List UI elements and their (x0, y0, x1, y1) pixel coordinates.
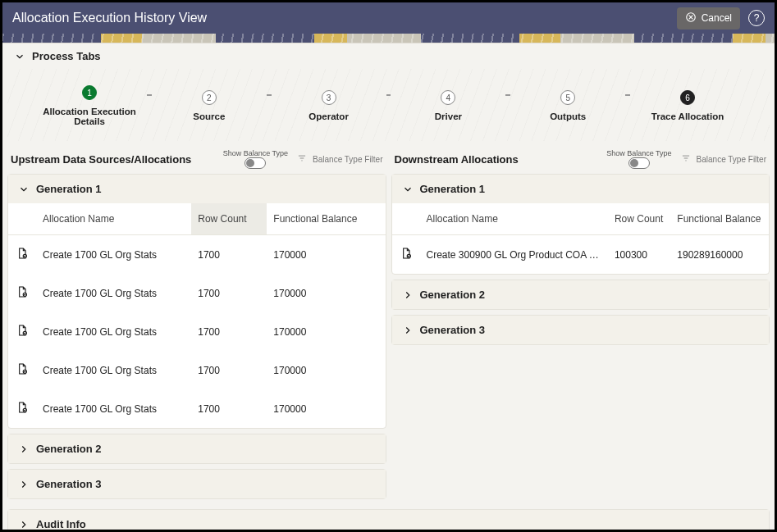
audit-info-label: Audit Info (36, 518, 86, 530)
upstream-generation-3-toggle[interactable]: Generation 3 (8, 470, 386, 498)
process-step-3[interactable]: 3 Operator (272, 90, 386, 121)
cell-functional-balance: 170000 (267, 389, 385, 428)
step-dot: 4 (441, 90, 455, 105)
upstream-show-balance-toggle[interactable] (245, 157, 266, 169)
downstream-gen2-label: Generation 2 (420, 289, 485, 301)
cell-allocation-name: Create 1700 GL Org Stats (36, 389, 191, 428)
downstream-title: Downstream Allocations (395, 153, 519, 166)
step-label: Source (193, 111, 225, 121)
process-step-4[interactable]: 4 Driver (391, 90, 505, 121)
cell-functional-balance: 190289160000 (670, 235, 769, 275)
downstream-generation-1-toggle[interactable]: Generation 1 (392, 175, 770, 203)
process-step-5[interactable]: 5 Outputs (510, 90, 625, 121)
upstream-title: Upstream Data Sources/Allocations (11, 153, 191, 166)
step-dot: 6 (680, 90, 695, 105)
downstream-gen1-label: Generation 1 (420, 183, 485, 195)
process-step-6[interactable]: 6 Trace Allocation (630, 90, 745, 121)
document-icon (392, 235, 420, 275)
chevron-down-icon (402, 184, 414, 195)
help-icon[interactable]: ? (748, 10, 765, 26)
step-label: Allocation Execution Details (32, 107, 147, 126)
step-dot: 3 (322, 90, 336, 105)
chevron-right-icon (18, 519, 30, 530)
table-row[interactable]: Create 1700 GL Org Stats 1700 170000 (8, 312, 386, 351)
step-label: Outputs (550, 111, 586, 121)
table-row[interactable]: Create 1700 GL Org Stats 1700 170000 (8, 274, 386, 312)
col-functional-balance[interactable]: Functional Balance (267, 203, 385, 235)
upstream-generation-2-toggle[interactable]: Generation 2 (8, 434, 386, 463)
document-icon (8, 235, 36, 275)
document-icon (8, 389, 36, 428)
col-allocation-name[interactable]: Allocation Name (36, 203, 191, 235)
cell-row-count: 1700 (191, 389, 267, 428)
upstream-show-balance-label: Show Balance Type (223, 149, 288, 157)
upstream-gen1-label: Generation 1 (36, 183, 101, 195)
cell-functional-balance: 170000 (267, 235, 385, 275)
downstream-table: Allocation Name Row Count Functional Bal… (392, 203, 770, 274)
cell-row-count: 1700 (191, 274, 267, 312)
upstream-filter-label: Balance Type Filter (313, 155, 382, 164)
chevron-right-icon (18, 479, 30, 490)
document-icon (8, 312, 36, 351)
step-dot: 2 (202, 90, 217, 105)
cell-functional-balance: 170000 (267, 274, 385, 312)
table-row[interactable]: Create 1700 GL Org Stats 1700 170000 (8, 235, 386, 275)
col-allocation-name[interactable]: Allocation Name (420, 203, 608, 235)
table-row[interactable]: Create 300900 GL Org Product COA … 10030… (392, 235, 770, 275)
upstream-gen3-label: Generation 3 (36, 478, 101, 490)
upstream-balance-type-filter-button[interactable]: Balance Type Filter (296, 152, 382, 166)
document-icon (8, 274, 36, 312)
step-label: Operator (309, 111, 349, 121)
upstream-generation-1-toggle[interactable]: Generation 1 (8, 175, 386, 203)
audit-info-toggle[interactable]: Audit Info (8, 510, 769, 532)
downstream-generation-3-toggle[interactable]: Generation 3 (392, 316, 770, 344)
col-row-count[interactable]: Row Count (608, 203, 670, 235)
downstream-show-balance-label: Show Balance Type (606, 149, 671, 157)
col-functional-balance[interactable]: Functional Balance (670, 203, 769, 235)
chevron-right-icon (402, 289, 414, 301)
upstream-table: Allocation Name Row Count Functional Bal… (8, 203, 386, 428)
downstream-generation-2-toggle[interactable]: Generation 2 (392, 280, 770, 309)
process-step-2[interactable]: 2 Source (152, 90, 267, 121)
chevron-down-icon (18, 184, 30, 195)
filter-icon (680, 152, 692, 166)
filter-icon (296, 152, 308, 166)
cell-allocation-name: Create 1700 GL Org Stats (36, 274, 191, 312)
step-dot: 5 (560, 90, 575, 105)
cell-row-count: 100300 (608, 235, 670, 275)
upstream-gen2-label: Generation 2 (36, 443, 101, 455)
decorative-strip (2, 34, 775, 43)
process-step-1[interactable]: 1 Allocation Execution Details (32, 85, 147, 126)
process-tabs-label: Process Tabs (32, 50, 101, 62)
cancel-button[interactable]: Cancel (677, 7, 740, 30)
document-icon (8, 351, 36, 389)
downstream-filter-label: Balance Type Filter (697, 155, 766, 164)
cancel-icon (685, 11, 697, 25)
cancel-label: Cancel (702, 12, 732, 24)
process-steps-panel: 1 Allocation Execution Details2 Source3 … (7, 69, 770, 141)
table-row[interactable]: Create 1700 GL Org Stats 1700 170000 (8, 351, 386, 389)
downstream-balance-type-filter-button[interactable]: Balance Type Filter (680, 152, 766, 166)
step-label: Trace Allocation (651, 111, 724, 121)
cell-row-count: 1700 (191, 235, 267, 275)
table-row[interactable]: Create 1700 GL Org Stats 1700 170000 (8, 389, 386, 428)
cell-allocation-name: Create 1700 GL Org Stats (36, 351, 191, 389)
process-tabs-toggle[interactable]: Process Tabs (2, 43, 775, 69)
chevron-right-icon (402, 325, 414, 336)
cell-row-count: 1700 (191, 312, 267, 351)
cell-allocation-name: Create 300900 GL Org Product COA … (420, 235, 608, 275)
chevron-down-icon (14, 51, 25, 62)
step-dot: 1 (82, 85, 97, 100)
downstream-gen3-label: Generation 3 (420, 324, 485, 336)
cell-row-count: 1700 (191, 351, 267, 389)
cell-allocation-name: Create 1700 GL Org Stats (36, 235, 191, 275)
col-row-count[interactable]: Row Count (191, 203, 267, 235)
downstream-show-balance-toggle[interactable] (628, 157, 650, 169)
chevron-right-icon (18, 443, 30, 455)
cell-functional-balance: 170000 (267, 351, 385, 389)
step-label: Driver (435, 111, 462, 121)
page-title: Allocation Execution History View (12, 11, 677, 25)
cell-functional-balance: 170000 (267, 312, 385, 351)
cell-allocation-name: Create 1700 GL Org Stats (36, 312, 191, 351)
